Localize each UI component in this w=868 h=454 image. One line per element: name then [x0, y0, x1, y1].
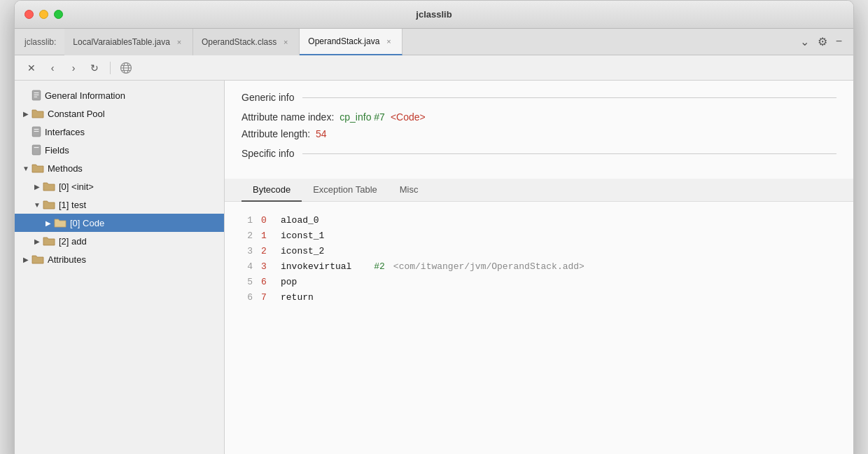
arrow-method-add[interactable]	[31, 235, 43, 247]
bc-row-3: 3 2 iconst_2	[241, 244, 836, 259]
bc-opcode-1: aload_0	[281, 213, 319, 228]
tab-operand-class-label: OperandStack.class	[202, 37, 276, 47]
sidebar-label-method-add: [2] add	[59, 236, 87, 247]
sidebar-label-attributes: Attributes	[48, 254, 86, 265]
sidebar-item-fields[interactable]: Fields	[15, 141, 224, 159]
app-window: jclasslib jclasslib: LocalVaraiablesTabl…	[14, 0, 854, 454]
sidebar-item-constant-pool[interactable]: Constant Pool	[15, 104, 224, 123]
bc-offset-2: 1	[261, 228, 272, 244]
sidebar-item-code[interactable]: [0] Code	[15, 214, 224, 232]
folder-icon-methods	[31, 163, 44, 173]
sidebar-item-attributes[interactable]: Attributes	[15, 250, 224, 268]
settings-button[interactable]: ⚙	[818, 35, 827, 48]
tab-dropdown-button[interactable]: ⌄	[800, 35, 809, 48]
bc-opcode-3: iconst_2	[281, 244, 324, 259]
tab-local-variables-close[interactable]: ×	[174, 37, 184, 47]
tab-operand-java[interactable]: OperandStack.java ×	[300, 29, 402, 55]
bytecode-area: 1 0 aload_0 2 1 iconst_1 3 2 iconst_2 4 …	[225, 202, 853, 317]
tab-operand-class[interactable]: OperandStack.class ×	[193, 29, 300, 55]
bc-line-2: 2	[241, 228, 253, 244]
bc-offset-1: 0	[261, 213, 272, 228]
bc-line-4: 4	[241, 259, 253, 275]
close-toolbar-button[interactable]: ✕	[23, 60, 40, 76]
attr-length-value: 54	[316, 128, 327, 139]
minimize-panel-button[interactable]: −	[836, 35, 842, 48]
sidebar-label-constant-pool: Constant Pool	[48, 109, 105, 119]
bc-opcode-6: return	[281, 290, 314, 305]
sidebar-label-method-init: [0] <init>	[59, 181, 94, 192]
arrow-method-test[interactable]	[31, 199, 43, 210]
traffic-lights	[24, 10, 63, 19]
tab-misc[interactable]: Misc	[388, 179, 430, 202]
sidebar-item-general-info[interactable]: General Information	[15, 86, 224, 104]
generic-info-section-header: Generic info	[241, 92, 836, 103]
tab-operand-java-close[interactable]: ×	[384, 36, 393, 46]
sidebar-item-methods[interactable]: Methods	[15, 159, 224, 177]
folder-icon-method-add	[43, 236, 55, 246]
tab-operand-class-close[interactable]: ×	[281, 37, 290, 47]
window-title: jclasslib	[416, 9, 451, 20]
arrow-method-init[interactable]	[31, 181, 43, 192]
tab-local-variables-label: LocalVaraiablesTable.java	[73, 37, 170, 47]
attr-name-index-link[interactable]: cp_info #7	[340, 111, 385, 123]
specific-info-label: Specific info	[241, 148, 294, 159]
bc-line-1: 1	[241, 213, 253, 228]
toolbar: ✕ ‹ › ↻	[15, 55, 853, 81]
content-inner: Generic info Attribute name index: cp_in…	[225, 81, 853, 179]
bc-offset-4: 3	[261, 259, 272, 275]
bc-offset-6: 7	[261, 290, 272, 305]
bc-opcode-2: iconst_1	[281, 228, 324, 244]
arrow-code[interactable]	[43, 217, 54, 228]
folder-icon-method-test	[43, 200, 55, 209]
bc-row-2: 2 1 iconst_1	[241, 228, 836, 244]
toolbar-divider	[110, 62, 111, 74]
maximize-button[interactable]	[54, 10, 63, 19]
sidebar-label-methods: Methods	[48, 163, 83, 174]
svg-rect-9	[32, 127, 40, 137]
tabbar: jclasslib: LocalVaraiablesTable.java × O…	[15, 29, 853, 55]
sidebar-item-method-test[interactable]: [1] test	[15, 195, 224, 214]
main-layout: General Information Constant Pool	[15, 81, 853, 454]
content-area: Generic info Attribute name index: cp_in…	[225, 81, 853, 454]
bc-row-4: 4 3 invokevirtual #2 <com/itwanger/jvm/O…	[241, 259, 836, 275]
bc-row-1: 1 0 aload_0	[241, 213, 836, 228]
bc-offset-5: 6	[261, 275, 272, 290]
sidebar-label-method-test: [1] test	[59, 200, 86, 210]
arrow-constant-pool[interactable]	[20, 108, 31, 119]
sidebar-label-general-info: General Information	[45, 90, 125, 101]
attr-length-label: Attribute length:	[241, 128, 310, 139]
folder-icon-method-init	[43, 181, 55, 191]
specific-info-divider	[302, 153, 836, 154]
sidebar-label-interfaces: Interfaces	[45, 127, 85, 137]
generic-info-divider	[302, 97, 836, 98]
tab-local-variables[interactable]: LocalVaraiablesTable.java ×	[64, 29, 193, 55]
page-icon-interfaces	[31, 126, 41, 137]
attr-length-row: Attribute length: 54	[241, 128, 836, 139]
sidebar-item-method-init[interactable]: [0] <init>	[15, 177, 224, 195]
sidebar-item-method-add[interactable]: [2] add	[15, 232, 224, 250]
sidebar-label-code: [0] Code	[70, 218, 104, 228]
sidebar-label-fields: Fields	[45, 145, 69, 156]
bc-opcode-4: invokevirtual	[281, 259, 351, 275]
arrow-attributes[interactable]	[20, 254, 31, 265]
specific-info-section-header: Specific info	[241, 148, 836, 159]
globe-button[interactable]	[118, 60, 134, 76]
bc-comment-4: <com/itwanger/jvm/OperandStack.add>	[393, 259, 584, 275]
sidebar: General Information Constant Pool	[15, 81, 225, 454]
titlebar: jclasslib	[15, 1, 853, 29]
arrow-methods[interactable]	[20, 163, 31, 174]
bc-line-6: 6	[241, 290, 253, 305]
forward-button[interactable]: ›	[65, 60, 82, 76]
tab-exception-table[interactable]: Exception Table	[302, 179, 388, 202]
folder-icon-constant-pool	[31, 109, 44, 118]
tab-bytecode[interactable]: Bytecode	[241, 179, 302, 202]
sidebar-item-interfaces[interactable]: Interfaces	[15, 123, 224, 141]
bc-opcode-5: pop	[281, 275, 297, 290]
svg-rect-12	[32, 145, 40, 155]
minimize-button[interactable]	[39, 10, 48, 19]
svg-rect-5	[32, 90, 40, 100]
close-button[interactable]	[24, 10, 34, 19]
reload-button[interactable]: ↻	[86, 60, 103, 76]
bc-ref-4: #2	[374, 259, 385, 275]
back-button[interactable]: ‹	[44, 60, 61, 76]
